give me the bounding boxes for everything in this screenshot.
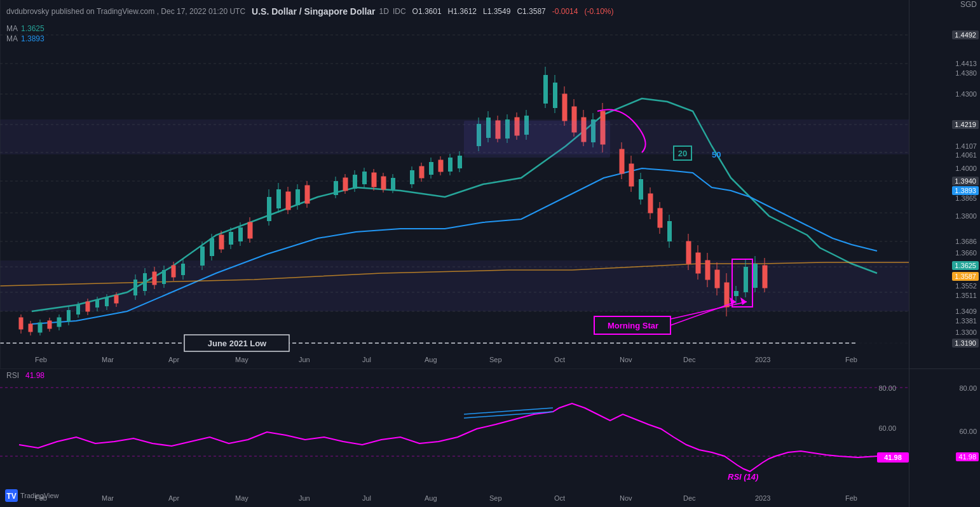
price-1.3686: 1.3686	[955, 238, 977, 245]
publish-date: Dec 17, 2022 01:20 UTC	[161, 7, 245, 16]
price-1.3300: 1.3300	[955, 328, 977, 336]
svg-text:RSI: RSI	[6, 371, 19, 380]
ohlc-high: H1.3612	[448, 7, 477, 16]
symbol-info: U.S. Dollar / Singapore Dollar 1D IDC	[252, 6, 406, 17]
price-1.3625: 1.3625	[952, 261, 979, 270]
svg-text:80.00: 80.00	[878, 384, 896, 392]
ohlc-change-pct: (-0.10%)	[584, 7, 613, 16]
ma1-value: 1.3625	[21, 24, 44, 33]
price-1.4219: 1.4219	[952, 120, 979, 129]
svg-text:Nov: Nov	[620, 494, 632, 502]
svg-text:Sep: Sep	[489, 494, 502, 502]
ma2-value: 1.3893	[21, 34, 44, 43]
svg-text:Feb: Feb	[35, 356, 47, 363]
svg-text:41.98: 41.98	[884, 454, 902, 461]
svg-text:Jun: Jun	[299, 494, 310, 502]
svg-text:Jun: Jun	[299, 356, 310, 363]
main-chart-svg: 20 50 Morning Star June 2021 Low Feb Mar…	[0, 0, 909, 368]
svg-text:Nov: Nov	[620, 356, 632, 363]
tv-logo-text: TradingView	[20, 492, 59, 499]
svg-rect-13	[0, 119, 909, 154]
svg-text:Apr: Apr	[168, 494, 179, 502]
price-axis: SGD 1.4492 1.4413 1.4380 1.4300 1.4219 1…	[909, 0, 980, 368]
top-bar: dvdubrovsky published on TradingView.com…	[0, 0, 980, 23]
svg-text:20: 20	[678, 149, 687, 158]
price-1.3190: 1.3190	[952, 339, 979, 348]
symbol-name: U.S. Dollar / Singapore Dollar	[252, 6, 375, 17]
rsi-current-value: 41.98	[956, 452, 979, 461]
svg-text:Sep: Sep	[489, 356, 502, 363]
platform-name: TradingView.com	[97, 7, 154, 16]
price-1.3865: 1.3865	[955, 194, 977, 202]
price-1.4300: 1.4300	[955, 90, 977, 98]
rsi-axis: 80.00 60.00 41.98	[909, 368, 980, 507]
svg-text:Morning Star: Morning Star	[608, 321, 658, 330]
price-1.3800: 1.3800	[955, 212, 977, 220]
svg-text:2023: 2023	[755, 356, 770, 363]
price-1.3511: 1.3511	[955, 292, 977, 299]
svg-text:June 2021 Low: June 2021 Low	[208, 339, 267, 348]
publisher-name: dvdubrovsky	[6, 7, 49, 16]
symbol-source: IDC	[393, 7, 406, 16]
price-1.4000: 1.4000	[955, 165, 977, 172]
price-1.3893: 1.3893	[952, 186, 979, 195]
price-1.4380: 1.4380	[955, 69, 977, 77]
ma-legend: MA 1.3625 MA 1.3893	[6, 24, 44, 44]
svg-text:May: May	[235, 494, 248, 502]
ma1-row: MA 1.3625	[6, 24, 44, 33]
tradingview-logo: TV TradingView	[5, 489, 59, 502]
ma2-label: MA	[6, 34, 18, 43]
price-1.4061: 1.4061	[955, 151, 977, 159]
svg-text:May: May	[235, 356, 248, 363]
svg-text:Mar: Mar	[102, 494, 114, 502]
ohlc-info: O1.3601 H1.3612 L1.3549 C1.3587 -0.0014 …	[412, 7, 614, 16]
svg-rect-0	[0, 0, 909, 368]
svg-text:TV: TV	[6, 492, 16, 501]
published-text: published on	[51, 7, 97, 16]
svg-text:2023: 2023	[755, 494, 770, 502]
ohlc-open: O1.3601	[412, 7, 442, 16]
rsi-level-60: 60.00	[959, 428, 977, 435]
svg-text:41.98: 41.98	[25, 371, 44, 380]
svg-text:RSI (14): RSI (14)	[728, 472, 758, 482]
rsi-level-80: 80.00	[959, 384, 977, 392]
price-1.3587: 1.3587	[952, 272, 979, 281]
price-1.4413: 1.4413	[955, 60, 977, 67]
svg-text:Jul: Jul	[362, 356, 371, 363]
svg-text:Dec: Dec	[683, 494, 696, 502]
svg-text:Mar: Mar	[102, 356, 114, 363]
svg-text:Feb: Feb	[845, 356, 857, 363]
svg-text:Feb: Feb	[845, 494, 857, 502]
svg-text:Jul: Jul	[362, 494, 371, 502]
svg-text:60.00: 60.00	[878, 424, 896, 432]
svg-text:50: 50	[712, 150, 721, 159]
rsi-chart-svg: RSI 41.98 RSI (14) 80.00 60.00 41.98 Feb…	[0, 368, 909, 507]
price-1.4107: 1.4107	[955, 142, 977, 150]
svg-text:Dec: Dec	[683, 356, 696, 363]
svg-rect-166	[464, 121, 610, 158]
price-1.3409: 1.3409	[955, 308, 977, 315]
svg-text:Oct: Oct	[554, 494, 565, 502]
ohlc-close: C1.3587	[517, 7, 545, 16]
svg-text:Aug: Aug	[425, 494, 437, 502]
symbol-timeframe: 1D	[379, 7, 389, 16]
ma1-label: MA	[6, 24, 18, 33]
chart-container: dvdubrovsky published on TradingView.com…	[0, 0, 980, 507]
svg-text:Aug: Aug	[425, 356, 437, 363]
ohlc-low: L1.3549	[483, 7, 510, 16]
price-1.4492: 1.4492	[952, 30, 979, 39]
svg-text:Oct: Oct	[554, 356, 565, 363]
ohlc-change: -0.0014	[552, 7, 578, 16]
ma2-row: MA 1.3893	[6, 34, 44, 43]
price-1.3381: 1.3381	[955, 317, 977, 325]
svg-text:Apr: Apr	[168, 356, 179, 363]
price-1.3552: 1.3552	[955, 282, 977, 290]
publisher-info: dvdubrovsky published on TradingView.com…	[6, 7, 245, 16]
price-1.3660: 1.3660	[955, 249, 977, 257]
price-1.3940: 1.3940	[952, 177, 979, 186]
